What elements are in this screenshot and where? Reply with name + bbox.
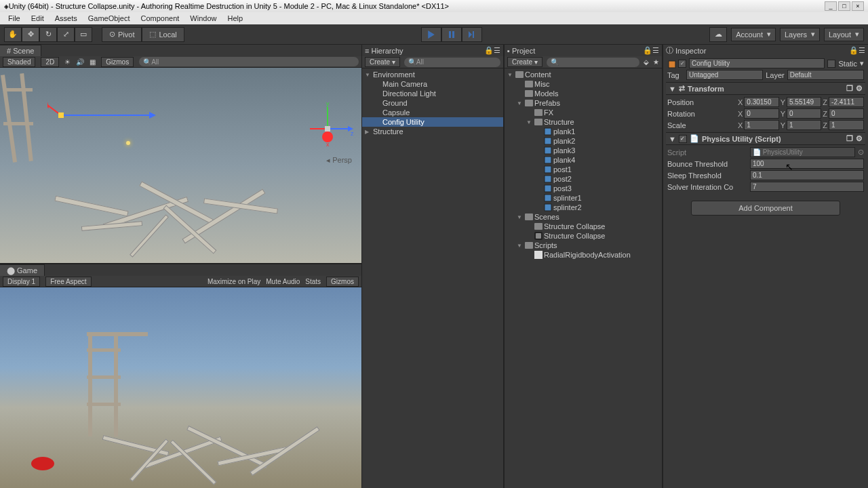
- 2d-toggle[interactable]: 2D: [41, 57, 59, 67]
- hierarchy-item[interactable]: ▶Structure: [362, 127, 503, 136]
- project-item[interactable]: plank1: [505, 127, 662, 136]
- layers-dropdown[interactable]: Layers▾: [780, 28, 820, 41]
- pos-z-field[interactable]: -2.4111: [829, 97, 864, 107]
- project-item[interactable]: ▼ Content: [505, 70, 662, 79]
- rect-tool[interactable]: ▭: [75, 27, 92, 42]
- object-picker-icon[interactable]: ⊙: [858, 148, 864, 157]
- project-item[interactable]: plank3: [505, 146, 662, 155]
- close-button[interactable]: ×: [852, 1, 864, 11]
- aspect-dropdown[interactable]: Free Aspect: [45, 277, 91, 287]
- game-viewport[interactable]: [0, 287, 361, 488]
- object-name-field[interactable]: Config Utility: [689, 58, 825, 68]
- hierarchy-item[interactable]: Capsule: [362, 108, 503, 117]
- scale-y-field[interactable]: 1: [787, 120, 821, 130]
- menu-edit[interactable]: Edit: [26, 13, 50, 24]
- project-create[interactable]: Create ▾: [507, 57, 542, 67]
- hierarchy-item[interactable]: ▼Environment: [362, 70, 503, 79]
- scale-x-field[interactable]: 1: [744, 120, 778, 130]
- project-item[interactable]: FX: [505, 108, 662, 117]
- display-dropdown[interactable]: Display 1: [3, 277, 40, 287]
- scale-tool[interactable]: ⤢: [57, 27, 75, 42]
- menu-assets[interactable]: Assets: [50, 13, 83, 24]
- sleep-field[interactable]: 0.1: [750, 170, 864, 180]
- hierarchy-item[interactable]: Main Camera: [362, 79, 503, 89]
- project-search[interactable]: 🔍: [547, 58, 639, 67]
- filter-icon[interactable]: ⬙: [644, 58, 649, 66]
- menu-file[interactable]: File: [3, 13, 26, 24]
- game-tab[interactable]: ⬤ Game: [0, 264, 45, 277]
- cloud-button[interactable]: ☁: [709, 27, 727, 42]
- panel-menu-icon[interactable]: ☰: [652, 46, 659, 55]
- pivot-toggle[interactable]: ⊙Pivot: [102, 27, 142, 42]
- minimize-button[interactable]: _: [825, 1, 837, 11]
- solver-field[interactable]: 7: [750, 182, 864, 192]
- menu-help[interactable]: Help: [222, 13, 248, 24]
- project-item[interactable]: Misc: [505, 79, 662, 89]
- hierarchy-item[interactable]: Ground: [362, 98, 503, 108]
- light-icon[interactable]: ☀: [64, 58, 71, 66]
- lock-icon[interactable]: 🔒: [484, 46, 494, 55]
- bounce-field[interactable]: 100: [750, 159, 864, 169]
- panel-menu-icon[interactable]: ☰: [494, 46, 500, 55]
- scene-viewport[interactable]: y z x ◂ Persp: [0, 68, 361, 263]
- project-item[interactable]: ▼ Scenes: [505, 212, 662, 222]
- scene-search[interactable]: 🔍All: [139, 57, 359, 66]
- layer-dropdown[interactable]: Default: [787, 70, 864, 80]
- rot-y-field[interactable]: 0: [787, 108, 821, 119]
- max-on-play-toggle[interactable]: Maximize on Play: [208, 278, 260, 285]
- project-item[interactable]: ▼ Prefabs: [505, 98, 662, 108]
- panel-menu-icon[interactable]: ☰: [859, 46, 865, 55]
- star-icon[interactable]: ★: [653, 58, 659, 66]
- project-item[interactable]: Structure Collapse: [505, 231, 662, 241]
- fx-icon[interactable]: ▦: [90, 58, 96, 66]
- rot-z-field[interactable]: 0: [829, 108, 864, 119]
- scene-tab[interactable]: # Scene: [0, 45, 41, 56]
- hierarchy-item[interactable]: Directional Light: [362, 89, 503, 98]
- static-checkbox[interactable]: [827, 60, 835, 68]
- static-dropdown-icon[interactable]: ▾: [860, 59, 864, 68]
- move-tool[interactable]: ✥: [22, 27, 39, 42]
- account-dropdown[interactable]: Account▾: [731, 28, 776, 41]
- rotate-tool[interactable]: ↻: [39, 27, 57, 42]
- gear-icon[interactable]: ⚙: [856, 84, 863, 93]
- component-enabled-checkbox[interactable]: ✓: [679, 135, 687, 143]
- hierarchy-search[interactable]: 🔍All: [404, 58, 500, 67]
- project-item[interactable]: post1: [505, 165, 662, 174]
- project-item[interactable]: post3: [505, 184, 662, 193]
- game-gizmos-dropdown[interactable]: Gizmos: [326, 277, 359, 287]
- project-item[interactable]: plank2: [505, 136, 662, 146]
- hand-tool[interactable]: ✋: [4, 27, 22, 42]
- lock-icon[interactable]: 🔒: [849, 46, 859, 55]
- project-item[interactable]: ▼ Structure: [505, 117, 662, 127]
- audio-icon[interactable]: 🔊: [76, 58, 84, 66]
- step-button[interactable]: [462, 27, 482, 42]
- help-icon[interactable]: ❐: [846, 134, 853, 143]
- layout-dropdown[interactable]: Layout▾: [824, 28, 864, 41]
- stats-toggle[interactable]: Stats: [305, 278, 321, 285]
- project-item[interactable]: Structure Collapse: [505, 222, 662, 231]
- gear-icon[interactable]: ⚙: [856, 134, 863, 143]
- hierarchy-item[interactable]: Config Utility: [362, 117, 503, 127]
- hierarchy-create[interactable]: Create ▾: [365, 57, 400, 67]
- transform-component-header[interactable]: ▼⇄Transform❐⚙: [666, 82, 865, 95]
- physics-component-header[interactable]: ▼✓📄Physics Utility (Script)❐⚙: [666, 132, 865, 145]
- menu-component[interactable]: Component: [135, 13, 184, 24]
- project-item[interactable]: plank4: [505, 155, 662, 165]
- help-icon[interactable]: ❐: [846, 84, 853, 93]
- tag-dropdown[interactable]: Untagged: [686, 70, 763, 80]
- project-item[interactable]: RadialRigidbodyActivation: [505, 250, 662, 260]
- play-button[interactable]: [421, 27, 441, 42]
- menu-gameobject[interactable]: GameObject: [83, 13, 136, 24]
- pause-button[interactable]: [441, 27, 462, 42]
- local-toggle[interactable]: ⬚Local: [142, 27, 184, 42]
- enabled-checkbox[interactable]: ✓: [678, 60, 686, 68]
- pos-x-field[interactable]: 0.30150: [744, 97, 778, 107]
- maximize-button[interactable]: □: [838, 1, 850, 11]
- project-item[interactable]: ▼ Scripts: [505, 241, 662, 250]
- shaded-dropdown[interactable]: Shaded: [3, 57, 35, 67]
- rot-x-field[interactable]: 0: [744, 108, 778, 119]
- orientation-gizmo[interactable]: y z x: [300, 102, 355, 156]
- project-item[interactable]: post2: [505, 174, 662, 184]
- project-item[interactable]: splinter1: [505, 193, 662, 203]
- project-item[interactable]: Models: [505, 89, 662, 98]
